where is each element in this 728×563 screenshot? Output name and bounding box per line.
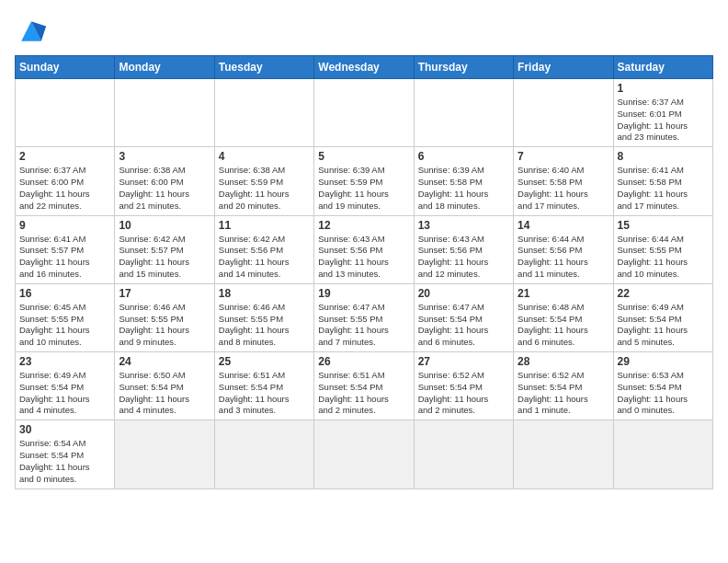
weekday-header-tuesday: Tuesday	[214, 56, 313, 79]
calendar-cell: 20Sunrise: 6:47 AM Sunset: 5:54 PM Dayli…	[414, 283, 513, 351]
calendar-cell: 26Sunrise: 6:51 AM Sunset: 5:54 PM Dayli…	[314, 352, 414, 420]
calendar-cell: 23Sunrise: 6:49 AM Sunset: 5:54 PM Dayli…	[16, 352, 115, 420]
week-row-4: 16Sunrise: 6:45 AM Sunset: 5:55 PM Dayli…	[16, 283, 713, 351]
calendar-cell	[214, 79, 313, 147]
day-info: Sunrise: 6:52 AM Sunset: 5:54 PM Dayligh…	[418, 370, 509, 417]
day-number: 5	[318, 150, 409, 163]
day-info: Sunrise: 6:39 AM Sunset: 5:58 PM Dayligh…	[418, 165, 509, 212]
calendar-cell: 28Sunrise: 6:52 AM Sunset: 5:54 PM Dayli…	[514, 352, 613, 420]
weekday-header-row: SundayMondayTuesdayWednesdayThursdayFrid…	[16, 56, 713, 79]
day-number: 12	[318, 219, 409, 232]
calendar-cell	[613, 420, 712, 488]
weekday-header-friday: Friday	[514, 56, 613, 79]
calendar-cell: 2Sunrise: 6:37 AM Sunset: 6:00 PM Daylig…	[16, 147, 115, 215]
day-number: 10	[119, 219, 210, 232]
day-number: 21	[518, 287, 609, 300]
calendar-cell: 1Sunrise: 6:37 AM Sunset: 6:01 PM Daylig…	[613, 79, 712, 147]
day-info: Sunrise: 6:49 AM Sunset: 5:54 PM Dayligh…	[19, 370, 110, 417]
week-row-1: 1Sunrise: 6:37 AM Sunset: 6:01 PM Daylig…	[16, 79, 713, 147]
calendar-cell: 13Sunrise: 6:43 AM Sunset: 5:56 PM Dayli…	[414, 215, 513, 283]
day-number: 4	[219, 150, 310, 163]
calendar-cell	[115, 420, 214, 488]
day-number: 11	[219, 219, 310, 232]
calendar-cell: 29Sunrise: 6:53 AM Sunset: 5:54 PM Dayli…	[613, 352, 712, 420]
calendar-cell: 16Sunrise: 6:45 AM Sunset: 5:55 PM Dayli…	[16, 283, 115, 351]
weekday-header-thursday: Thursday	[414, 56, 513, 79]
day-info: Sunrise: 6:48 AM Sunset: 5:54 PM Dayligh…	[518, 302, 609, 349]
calendar-cell: 14Sunrise: 6:44 AM Sunset: 5:56 PM Dayli…	[514, 215, 613, 283]
day-info: Sunrise: 6:50 AM Sunset: 5:54 PM Dayligh…	[119, 370, 210, 417]
calendar-cell: 27Sunrise: 6:52 AM Sunset: 5:54 PM Dayli…	[414, 352, 513, 420]
weekday-header-sunday: Sunday	[16, 56, 115, 79]
day-number: 17	[119, 287, 210, 300]
day-number: 22	[618, 287, 709, 300]
day-number: 16	[19, 287, 110, 300]
day-number: 9	[19, 219, 110, 232]
calendar-cell	[214, 420, 313, 488]
day-info: Sunrise: 6:37 AM Sunset: 6:00 PM Dayligh…	[19, 165, 110, 212]
day-info: Sunrise: 6:41 AM Sunset: 5:58 PM Dayligh…	[618, 165, 709, 212]
calendar-cell: 8Sunrise: 6:41 AM Sunset: 5:58 PM Daylig…	[613, 147, 712, 215]
logo-icon	[15, 15, 48, 48]
day-number: 2	[19, 150, 110, 163]
day-number: 6	[418, 150, 509, 163]
day-number: 19	[318, 287, 409, 300]
weekday-header-saturday: Saturday	[613, 56, 712, 79]
calendar-cell: 17Sunrise: 6:46 AM Sunset: 5:55 PM Dayli…	[115, 283, 214, 351]
calendar-cell	[514, 420, 613, 488]
day-number: 23	[19, 355, 110, 368]
day-info: Sunrise: 6:46 AM Sunset: 5:55 PM Dayligh…	[219, 302, 310, 349]
day-number: 1	[618, 82, 709, 95]
day-number: 8	[618, 150, 709, 163]
day-info: Sunrise: 6:49 AM Sunset: 5:54 PM Dayligh…	[618, 302, 709, 349]
weekday-header-monday: Monday	[115, 56, 214, 79]
day-info: Sunrise: 6:40 AM Sunset: 5:58 PM Dayligh…	[518, 165, 609, 212]
calendar-cell	[414, 420, 513, 488]
day-number: 15	[618, 219, 709, 232]
calendar-cell: 12Sunrise: 6:43 AM Sunset: 5:56 PM Dayli…	[314, 215, 414, 283]
day-info: Sunrise: 6:54 AM Sunset: 5:54 PM Dayligh…	[19, 438, 110, 485]
calendar-cell: 11Sunrise: 6:42 AM Sunset: 5:56 PM Dayli…	[214, 215, 313, 283]
calendar-cell: 21Sunrise: 6:48 AM Sunset: 5:54 PM Dayli…	[514, 283, 613, 351]
week-row-6: 30Sunrise: 6:54 AM Sunset: 5:54 PM Dayli…	[16, 420, 713, 488]
calendar-cell: 25Sunrise: 6:51 AM Sunset: 5:54 PM Dayli…	[214, 352, 313, 420]
day-info: Sunrise: 6:38 AM Sunset: 5:59 PM Dayligh…	[219, 165, 310, 212]
day-number: 28	[518, 355, 609, 368]
calendar-cell	[314, 420, 414, 488]
day-number: 25	[219, 355, 310, 368]
page-header	[15, 15, 713, 48]
calendar-cell	[16, 79, 115, 147]
day-info: Sunrise: 6:46 AM Sunset: 5:55 PM Dayligh…	[119, 302, 210, 349]
calendar-cell: 6Sunrise: 6:39 AM Sunset: 5:58 PM Daylig…	[414, 147, 513, 215]
calendar-cell: 15Sunrise: 6:44 AM Sunset: 5:55 PM Dayli…	[613, 215, 712, 283]
day-info: Sunrise: 6:42 AM Sunset: 5:56 PM Dayligh…	[219, 234, 310, 281]
day-number: 3	[119, 150, 210, 163]
week-row-2: 2Sunrise: 6:37 AM Sunset: 6:00 PM Daylig…	[16, 147, 713, 215]
day-number: 14	[518, 219, 609, 232]
day-info: Sunrise: 6:39 AM Sunset: 5:59 PM Dayligh…	[318, 165, 409, 212]
day-number: 26	[318, 355, 409, 368]
calendar-cell: 7Sunrise: 6:40 AM Sunset: 5:58 PM Daylig…	[514, 147, 613, 215]
day-info: Sunrise: 6:47 AM Sunset: 5:54 PM Dayligh…	[418, 302, 509, 349]
day-number: 13	[418, 219, 509, 232]
day-number: 27	[418, 355, 509, 368]
day-info: Sunrise: 6:44 AM Sunset: 5:55 PM Dayligh…	[618, 234, 709, 281]
day-info: Sunrise: 6:38 AM Sunset: 6:00 PM Dayligh…	[119, 165, 210, 212]
calendar-cell	[414, 79, 513, 147]
calendar-cell: 30Sunrise: 6:54 AM Sunset: 5:54 PM Dayli…	[16, 420, 115, 488]
day-info: Sunrise: 6:51 AM Sunset: 5:54 PM Dayligh…	[318, 370, 409, 417]
logo	[15, 15, 53, 48]
calendar-cell: 9Sunrise: 6:41 AM Sunset: 5:57 PM Daylig…	[16, 215, 115, 283]
day-info: Sunrise: 6:51 AM Sunset: 5:54 PM Dayligh…	[219, 370, 310, 417]
day-info: Sunrise: 6:43 AM Sunset: 5:56 PM Dayligh…	[318, 234, 409, 281]
calendar-table: SundayMondayTuesdayWednesdayThursdayFrid…	[15, 55, 713, 489]
day-info: Sunrise: 6:52 AM Sunset: 5:54 PM Dayligh…	[518, 370, 609, 417]
calendar-cell: 3Sunrise: 6:38 AM Sunset: 6:00 PM Daylig…	[115, 147, 214, 215]
day-number: 30	[19, 423, 110, 436]
weekday-header-wednesday: Wednesday	[314, 56, 414, 79]
calendar-cell: 4Sunrise: 6:38 AM Sunset: 5:59 PM Daylig…	[214, 147, 313, 215]
calendar-cell: 24Sunrise: 6:50 AM Sunset: 5:54 PM Dayli…	[115, 352, 214, 420]
day-info: Sunrise: 6:37 AM Sunset: 6:01 PM Dayligh…	[618, 97, 709, 144]
calendar-cell	[115, 79, 214, 147]
week-row-3: 9Sunrise: 6:41 AM Sunset: 5:57 PM Daylig…	[16, 215, 713, 283]
